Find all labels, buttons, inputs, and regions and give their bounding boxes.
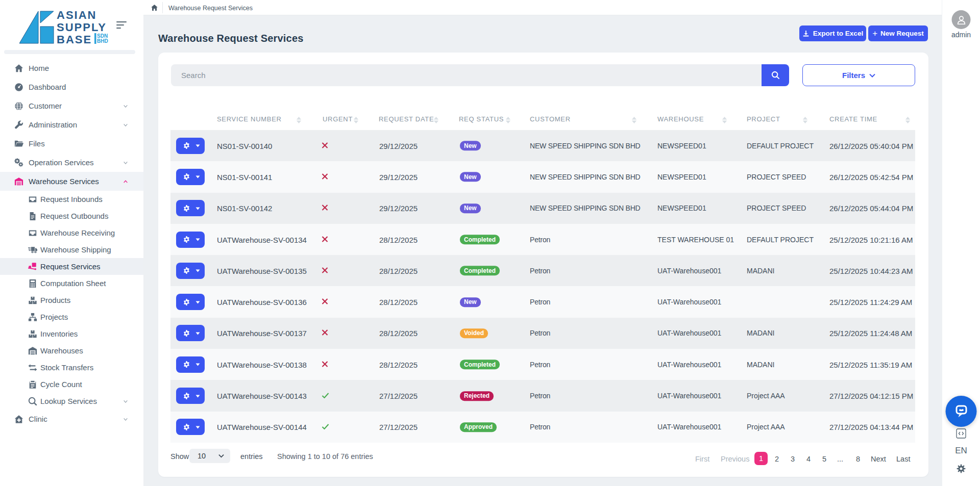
svg-text:BHD: BHD [97, 38, 108, 44]
svg-text:SUPPLY: SUPPLY [57, 21, 107, 34]
svg-text:BASE: BASE [57, 33, 92, 45]
svg-text:ASIAN: ASIAN [57, 10, 96, 21]
